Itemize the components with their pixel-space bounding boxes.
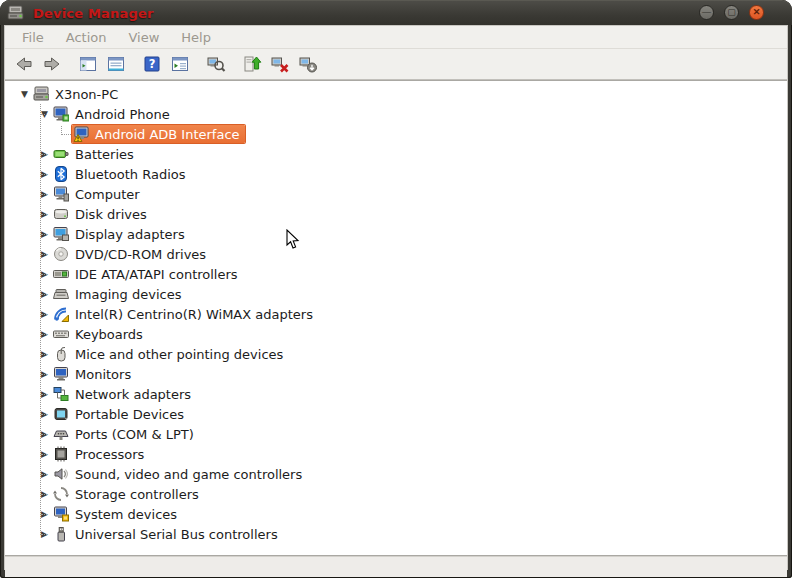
tree-row-x3non-pc[interactable]: ▼X3non-PC — [5, 84, 787, 104]
chevron-collapsed-icon[interactable]: ▶ — [37, 244, 52, 264]
tree-item-content[interactable]: Sound, video and game controllers — [52, 465, 307, 483]
tree-row-batteries[interactable]: ▶Batteries — [5, 144, 787, 164]
chevron-collapsed-icon[interactable]: ▶ — [37, 384, 52, 404]
tree-item-label: Universal Serial Bus controllers — [75, 527, 278, 542]
tree-row-bluetooth-radios[interactable]: ▶Bluetooth Radios — [5, 164, 787, 184]
tree-row-mice-and-other-pointing-devices[interactable]: ▶Mice and other pointing devices — [5, 344, 787, 364]
tree-item-content[interactable]: Disk drives — [52, 205, 152, 223]
show-console-tree-icon — [78, 54, 98, 74]
tree-row-network-adapters[interactable]: ▶Network adapters — [5, 384, 787, 404]
chevron-collapsed-icon[interactable]: ▶ — [37, 364, 52, 384]
tree-item-content[interactable]: IDE ATA/ATAPI controllers — [52, 265, 243, 283]
menu-file[interactable]: File — [11, 30, 55, 45]
disk-icon — [53, 206, 70, 222]
tree-row-portable-devices[interactable]: ▶Portable Devices — [5, 404, 787, 424]
tree-item-content[interactable]: X3non-PC — [32, 85, 123, 103]
tree-item-content[interactable]: System devices — [52, 505, 182, 523]
tree-row-dvd-cd-rom-drives[interactable]: ▶DVD/CD-ROM drives — [5, 244, 787, 264]
tree-row-processors[interactable]: ▶Processors — [5, 444, 787, 464]
window-controls: —▢✕ — [699, 5, 764, 20]
tree-item-label: Keyboards — [75, 327, 143, 342]
tree-row-computer[interactable]: ▶Computer — [5, 184, 787, 204]
toolbar-show-console-tree-button[interactable] — [76, 52, 102, 76]
tree-row-universal-serial-bus-controllers[interactable]: ▶Universal Serial Bus controllers — [5, 524, 787, 544]
chevron-collapsed-icon[interactable]: ▶ — [37, 144, 52, 164]
tree-row-system-devices[interactable]: ▶System devices — [5, 504, 787, 524]
toolbar-uninstall-device-button[interactable] — [268, 52, 294, 76]
chevron-collapsed-icon[interactable]: ▶ — [37, 504, 52, 524]
tree-item-content[interactable]: Batteries — [52, 145, 139, 163]
toolbar-disable-device-button[interactable] — [296, 52, 322, 76]
tree-item-content[interactable]: Portable Devices — [52, 405, 189, 423]
tree-item-content[interactable]: Keyboards — [52, 325, 148, 343]
tree-row-keyboards[interactable]: ▶Keyboards — [5, 324, 787, 344]
tree-row-monitors[interactable]: ▶Monitors — [5, 364, 787, 384]
tree-row-imaging-devices[interactable]: ▶Imaging devices — [5, 284, 787, 304]
chevron-collapsed-icon[interactable]: ▶ — [37, 204, 52, 224]
tree-item-content[interactable]: Processors — [52, 445, 149, 463]
tree-row-display-adapters[interactable]: ▶Display adapters — [5, 224, 787, 244]
tree-row-sound-video-and-game-controllers[interactable]: ▶Sound, video and game controllers — [5, 464, 787, 484]
tree-row-ports-com-lpt[interactable]: ▶Ports (COM & LPT) — [5, 424, 787, 444]
device-tree[interactable]: ▼X3non-PC▼Android PhoneAndroid ADB Inter… — [5, 80, 787, 556]
chevron-collapsed-icon[interactable]: ▶ — [37, 324, 52, 344]
device-manager-window: Device Manager —▢✕ FileActionViewHelp ? … — [0, 0, 792, 578]
display-icon — [53, 226, 70, 242]
chevron-collapsed-icon[interactable]: ▶ — [37, 304, 52, 324]
maximize-button[interactable]: ▢ — [724, 5, 739, 20]
tree-row-android-adb-interface[interactable]: Android ADB Interface — [5, 124, 787, 144]
chevron-collapsed-icon[interactable]: ▶ — [37, 164, 52, 184]
chevron-collapsed-icon[interactable]: ▶ — [37, 484, 52, 504]
tree-item-content[interactable]: Monitors — [52, 365, 136, 383]
selected-item-highlight[interactable]: Android ADB Interface — [72, 125, 245, 143]
tree-item-content[interactable]: Network adapters — [52, 385, 196, 403]
tree-item-content[interactable]: Display adapters — [52, 225, 190, 243]
tree-item-content[interactable]: Storage controllers — [52, 485, 204, 503]
usb-icon — [53, 526, 69, 542]
tree-row-storage-controllers[interactable]: ▶Storage controllers — [5, 484, 787, 504]
chevron-expanded-icon[interactable]: ▼ — [37, 104, 52, 124]
menu-view[interactable]: View — [117, 30, 170, 45]
chevron-collapsed-icon[interactable]: ▶ — [37, 264, 52, 284]
tree-row-android-phone[interactable]: ▼Android Phone — [5, 104, 787, 124]
toolbar-properties-button[interactable] — [104, 52, 130, 76]
chevron-collapsed-icon[interactable]: ▶ — [37, 464, 52, 484]
tree-item-content[interactable]: Mice and other pointing devices — [52, 345, 288, 363]
tree-item-content[interactable]: Imaging devices — [52, 285, 186, 303]
tree-row-intel-r-centrino-r-wimax-adapters[interactable]: ▶Intel(R) Centrino(R) WiMAX adapters — [5, 304, 787, 324]
chevron-collapsed-icon[interactable]: ▶ — [37, 404, 52, 424]
tree-item-label: Computer — [75, 187, 140, 202]
tree-row-disk-drives[interactable]: ▶Disk drives — [5, 204, 787, 224]
chevron-collapsed-icon[interactable]: ▶ — [37, 344, 52, 364]
tree-item-label: Bluetooth Radios — [75, 167, 186, 182]
toolbar-help-button[interactable]: ? — [140, 52, 166, 76]
tree-item-content[interactable]: Bluetooth Radios — [52, 165, 191, 183]
chevron-collapsed-icon[interactable]: ▶ — [37, 284, 52, 304]
tree-item-content[interactable]: Ports (COM & LPT) — [52, 425, 199, 443]
toolbar-scan-hardware-changes-button[interactable] — [204, 52, 230, 76]
tree-item-content[interactable]: Android Phone — [52, 105, 175, 123]
chevron-collapsed-icon[interactable]: ▶ — [37, 224, 52, 244]
chevron-collapsed-icon[interactable]: ▶ — [37, 424, 52, 444]
chevron-collapsed-icon[interactable]: ▶ — [37, 524, 52, 544]
toolbar-forward-button[interactable] — [40, 52, 66, 76]
minimize-button[interactable]: — — [699, 5, 714, 20]
menu-help[interactable]: Help — [170, 30, 222, 45]
toolbar-update-driver-button[interactable] — [240, 52, 266, 76]
tree-item-content[interactable]: DVD/CD-ROM drives — [52, 245, 211, 263]
battery-icon — [53, 146, 69, 162]
tree-item-label: Imaging devices — [75, 287, 181, 302]
toolbar-show-action-pane-button[interactable] — [168, 52, 194, 76]
monitor-icon — [53, 366, 70, 382]
tree-item-content[interactable]: Computer — [52, 185, 145, 203]
chevron-collapsed-icon[interactable]: ▶ — [37, 184, 52, 204]
toolbar-back-button[interactable] — [12, 52, 38, 76]
tree-item-content[interactable]: Intel(R) Centrino(R) WiMAX adapters — [52, 305, 318, 323]
tree-row-ide-ata-atapi-controllers[interactable]: ▶IDE ATA/ATAPI controllers — [5, 264, 787, 284]
titlebar[interactable]: Device Manager —▢✕ — [0, 0, 792, 25]
chevron-collapsed-icon[interactable]: ▶ — [37, 444, 52, 464]
close-button[interactable]: ✕ — [749, 5, 764, 20]
tree-item-content[interactable]: Universal Serial Bus controllers — [52, 525, 283, 543]
menu-action[interactable]: Action — [55, 30, 118, 45]
chevron-expanded-icon[interactable]: ▼ — [17, 84, 32, 104]
